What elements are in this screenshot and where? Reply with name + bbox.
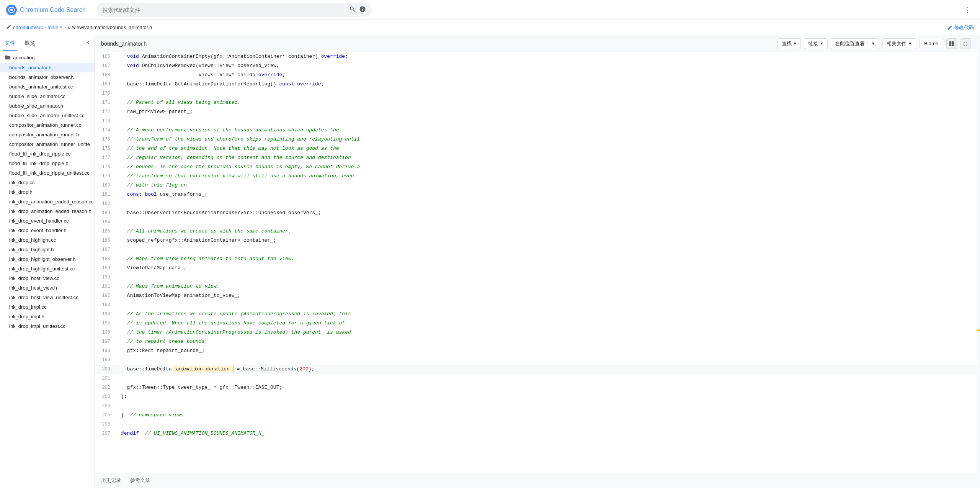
code-line-184: 184 <box>95 218 977 227</box>
related-files-button[interactable]: 相关文件 ▼ <box>882 38 916 49</box>
code-line-179: 179 // transform so that particular view… <box>95 172 977 181</box>
sidebar-tabs: 文件 概览 <box>0 35 95 52</box>
scroll-position-marker <box>977 329 980 331</box>
split-view-button[interactable] <box>946 38 957 49</box>
code-line-201: 201 <box>95 374 977 383</box>
sidebar-file-flood-fill-ink-drop-ripple-unittest-cc[interactable]: flood_fill_ink_drop_ripple_unittest.cc <box>0 168 95 178</box>
sidebar-file-ink-drop-impl-cc[interactable]: ink_drop_impl.cc <box>0 302 95 312</box>
code-line-206: 206 <box>95 420 977 429</box>
sidebar-file-bubble-slide-animator-h[interactable]: bubble_slide_animator.h <box>0 101 95 111</box>
find-button[interactable]: 查找 ▼ <box>777 38 801 49</box>
code-line-196: 196 // the timer (AnimationContainerProg… <box>95 328 977 337</box>
code-line-166: 166 void AnimationContainerEmpty(gfx::An… <box>95 52 977 61</box>
sidebar-file-bounds-animator-observer-h[interactable]: bounds_animator_observer.h <box>0 72 95 82</box>
code-line-182: 182 <box>95 199 977 208</box>
sidebar-file-ink-drop-host-view-h[interactable]: ink_drop_host_view.h <box>0 283 95 293</box>
link-button[interactable]: 链接 ▼ <box>804 38 828 49</box>
logo-area[interactable]: Chromium Code Search <box>6 5 86 15</box>
file-title: bounds_animator.h <box>101 41 774 47</box>
sidebar-file-ink-drop-host-view-unittest-cc[interactable]: ink_drop_host_view_unittest.cc <box>0 293 95 302</box>
header: Chromium Code Search ⋮ <box>0 0 980 20</box>
search-icon[interactable] <box>349 6 356 14</box>
search-bar[interactable] <box>96 3 372 17</box>
code-line-195: 195 // is updated. When all the animatio… <box>95 319 977 328</box>
code-line-168: 168 views::View* child) override; <box>95 70 977 80</box>
sidebar-file-ink-drop-highlight-unittest-cc[interactable]: ink_drop_highlight_unittest.cc <box>0 264 95 273</box>
sidebar-file-ink-drop-impl-unittest-cc[interactable]: ink_drop_impl_unittest.cc <box>0 321 95 331</box>
sidebar-file-ink-drop-highlight-cc[interactable]: ink_drop_highlight.cc <box>0 235 95 245</box>
app-name: Chromium Code Search <box>20 7 86 13</box>
sidebar-file-compositor-animation-runner-h[interactable]: compositor_animation_runner.h <box>0 130 95 139</box>
content: bounds_animator.h 查找 ▼ 链接 ▼ 在此位置查看： ▼ 相关… <box>95 35 977 488</box>
sidebar-file-bounds-animator-unittest-cc[interactable]: bounds_animator_unittest.cc <box>0 82 95 92</box>
code-area[interactable]: 166 void AnimationContainerEmpty(gfx::An… <box>95 52 977 473</box>
code-line-187: 187 <box>95 245 977 254</box>
edit-button[interactable]: 修改代码 <box>947 24 974 31</box>
sidebar-file-ink-drop-animation-ended-reason-cc[interactable]: ink_drop_animation_ended_reason.cc <box>0 197 95 206</box>
code-line-175: 175 // transform of the views and theref… <box>95 135 977 144</box>
sidebar-file-bubble-slide-animator-cc[interactable]: bubble_slide_animator.cc <box>0 92 95 101</box>
sidebar-file-bubble-slide-animator-unittest-cc[interactable]: bubble_slide_animator_unittest.cc <box>0 111 95 120</box>
more-options-icon[interactable]: ⋮ <box>962 4 974 16</box>
right-scrollbar-indicator <box>977 35 980 488</box>
code-line-193: 193 <box>95 300 977 310</box>
sidebar-file-ink-drop-highlight-h[interactable]: ink_drop_highlight.h <box>0 245 95 254</box>
history-tab[interactable]: 历史记录 <box>101 475 121 486</box>
code-line-176: 176 // the end of the animation. Note th… <box>95 144 977 153</box>
tab-files[interactable]: 文件 <box>3 37 17 51</box>
sidebar: 文件 概览 animation bounds_animator.h bounds… <box>0 35 95 488</box>
code-line-194: 194 // As the animations we create updat… <box>95 310 977 319</box>
pencil-icon <box>6 24 11 31</box>
code-line-197: 197 // to repaint these bounds. <box>95 337 977 346</box>
find-dropdown-arrow: ▼ <box>793 41 797 46</box>
code-line-172: 172 raw_ptr<View> parent_; <box>95 107 977 116</box>
code-line-192: 192 AnimationToViewMap animation_to_view… <box>95 291 977 300</box>
fullscreen-button[interactable] <box>960 38 971 49</box>
search-input[interactable] <box>103 7 346 13</box>
code-line-178: 178 // bounds. In the case the provided … <box>95 162 977 172</box>
blame-button[interactable]: Blame <box>919 39 943 48</box>
code-line-170: 170 <box>95 89 977 98</box>
code-line-177: 177 // regular version, depending on the… <box>95 153 977 162</box>
sidebar-file-ink-drop-event-handler-cc[interactable]: ink_drop_event_handler.cc <box>0 216 95 226</box>
code-line-198: 198 gfx::Rect repaint_bounds_; <box>95 346 977 355</box>
sidebar-file-ink-drop-event-handler-h[interactable]: ink_drop_event_handler.h <box>0 226 95 235</box>
code-line-173: 173 <box>95 116 977 126</box>
svg-point-1 <box>10 9 13 11</box>
code-line-186: 186 scoped_refptr<gfx::AnimationContaine… <box>95 236 977 245</box>
breadcrumb-chromium[interactable]: chromium/src <box>13 25 43 30</box>
tab-overview[interactable]: 概览 <box>23 37 37 51</box>
sidebar-file-compositor-animation-runner-cc[interactable]: compositor_animation_runner.cc <box>0 120 95 130</box>
sidebar-file-ink-drop-host-view-cc[interactable]: ink_drop_host_view.cc <box>0 273 95 283</box>
reference-tab[interactable]: 参考文章 <box>130 475 150 486</box>
sidebar-file-compositor-animation-runner-unitte[interactable]: compositor_animation_runner_unitte <box>0 139 95 149</box>
sidebar-file-ink-drop-highlight-observer-h[interactable]: ink_drop_highlight_observer.h <box>0 254 95 264</box>
code-line-180: 180 // with this flag on. <box>95 181 977 190</box>
info-icon[interactable] <box>359 6 366 14</box>
code-line-203: 203 }; <box>95 392 977 401</box>
code-line-191: 191 // Maps from animation to view. <box>95 282 977 291</box>
sidebar-file-flood-fill-ink-drop-ripple-h[interactable]: flood_fill_ink_drop_ripple.h <box>0 159 95 168</box>
sidebar-file-ink-drop-h[interactable]: ink_drop.h <box>0 187 95 197</box>
breadcrumb-main[interactable]: main ▼ <box>47 25 63 30</box>
sidebar-file-ink-drop-impl-h[interactable]: ink_drop_impl.h <box>0 312 95 321</box>
sidebar-file-flood-fill-ink-drop-ripple-cc[interactable]: flood_fill_ink_drop_ripple.cc <box>0 149 95 159</box>
view-at-button[interactable]: 在此位置查看： ▼ <box>831 38 879 49</box>
code-line-181: 181 const bool use_transforms_; <box>95 190 977 199</box>
sidebar-file-bounds-animator-h[interactable]: bounds_animator.h <box>0 63 95 72</box>
bottom-bar: 历史记录 参考文章 <box>95 473 977 488</box>
main-layout: 文件 概览 animation bounds_animator.h bounds… <box>0 35 980 488</box>
code-line-207: 207 #endif // UI_VIEWS_ANIMATION_BOUNDS_… <box>95 429 977 438</box>
link-dropdown-arrow: ▼ <box>820 41 823 46</box>
code-line-169: 169 base::TimeDelta GetAnimationDuration… <box>95 80 977 89</box>
related-files-dropdown-arrow: ▼ <box>908 41 912 46</box>
code-line-188: 188 // Maps from view being animated to … <box>95 254 977 264</box>
sidebar-file-ink-drop-animation-ended-reason-h[interactable]: ink_drop_animation_ended_reason.h <box>0 206 95 216</box>
code-line-202: 202 gfx::Tween::Type tween_type_ = gfx::… <box>95 383 977 392</box>
header-right: ⋮ <box>962 4 974 16</box>
content-header: bounds_animator.h 查找 ▼ 链接 ▼ 在此位置查看： ▼ 相关… <box>95 35 977 52</box>
sidebar-collapse-button[interactable] <box>85 39 91 48</box>
code-line-185: 185 // All animations we create up with … <box>95 227 977 236</box>
sidebar-file-ink-drop-cc[interactable]: ink_drop.cc <box>0 178 95 187</box>
sidebar-folder-animation[interactable]: animation <box>0 52 95 63</box>
